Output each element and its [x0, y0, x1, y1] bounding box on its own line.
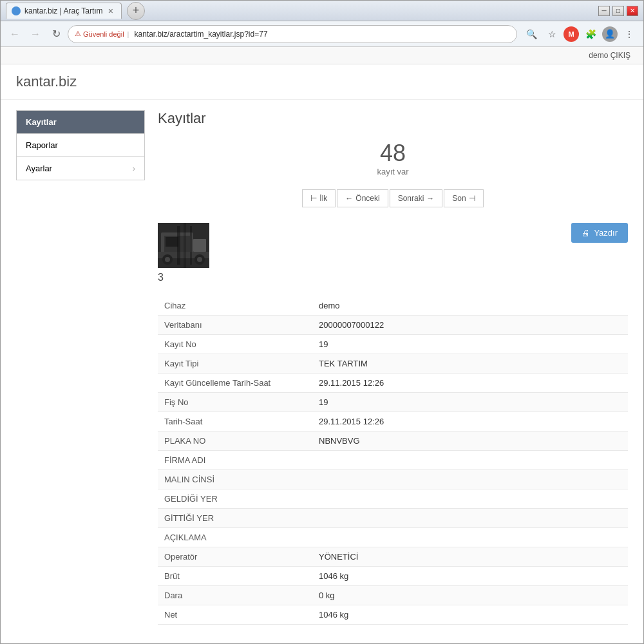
table-cell-label: Kayıt Tipi: [158, 354, 312, 374]
address-bar[interactable]: ⚠ Güvenli değil | kantar.biz/aractartim_…: [68, 25, 517, 43]
table-cell-value: [312, 528, 628, 547]
table-row: OperatörYÖNETİCİ: [158, 547, 628, 567]
prev-page-button[interactable]: ← Önceki: [337, 189, 388, 207]
table-cell-label: Tarih-Saat: [158, 412, 312, 431]
sidebar-item-ayarlar-link[interactable]: Ayarlar ›: [17, 157, 144, 180]
user-label: demo: [589, 51, 608, 60]
maximize-button[interactable]: □: [612, 6, 624, 16]
separator: |: [128, 30, 129, 38]
record-number: 3: [158, 272, 164, 283]
close-button[interactable]: ✕: [627, 6, 638, 16]
first-page-label: İlk: [319, 194, 327, 203]
sidebar-item-kayitlar-link[interactable]: Kayıtlar: [17, 111, 144, 133]
sidebar-raporlar-label: Raporlar: [26, 140, 58, 150]
table-row: Tarih-Saat29.11.2015 12:26: [158, 412, 628, 431]
site-logo[interactable]: kantar.biz: [16, 73, 77, 90]
print-button[interactable]: 🖨 Yazdır: [571, 223, 628, 243]
table-cell-value: TEK TARTIM: [312, 354, 628, 374]
new-tab-button[interactable]: +: [127, 2, 145, 20]
minimize-button[interactable]: ─: [598, 6, 610, 16]
table-cell-value: 29.11.2015 12:26: [312, 374, 628, 393]
forward-button[interactable]: →: [26, 25, 44, 43]
table-cell-label: Kayıt No: [158, 335, 312, 354]
table-row: GİTTİĞİ YER: [158, 509, 628, 528]
table-cell-label: FİRMA ADI: [158, 451, 312, 470]
record-image: [158, 223, 209, 268]
svg-rect-10: [177, 226, 180, 265]
bookmark-icon-btn[interactable]: ☆: [543, 25, 561, 43]
table-cell-label: MALIN CİNSİ: [158, 470, 312, 489]
table-cell-value: 19: [312, 335, 628, 354]
last-page-label: Son: [452, 194, 466, 203]
table-row: Kayıt TipiTEK TARTIM: [158, 354, 628, 374]
table-cell-value: 0 kg: [312, 586, 628, 605]
tab-area: kantar.biz | Araç Tartım × +: [6, 2, 598, 20]
sidebar-kayitlar-label: Kayıtlar: [26, 117, 57, 127]
security-warning: ⚠ Güvenli değil |: [75, 30, 130, 38]
title-bar: kantar.biz | Araç Tartım × + ─ □ ✕: [1, 1, 643, 21]
browser-nav-icons: 🔍 ☆ M 🧩 👤 ⋮: [522, 25, 638, 43]
print-button-label: Yazdır: [594, 228, 618, 238]
table-row: Veritabanı20000007000122: [158, 316, 628, 335]
sidebar-item-raporlar-link[interactable]: Raporlar: [17, 134, 144, 156]
warning-icon: ⚠: [75, 30, 81, 38]
table-row: Dara0 kg: [158, 586, 628, 605]
tab-favicon: [12, 6, 21, 15]
last-page-button[interactable]: Son ⊣: [444, 189, 483, 207]
sidebar-ayarlar-label: Ayarlar: [26, 164, 52, 173]
svg-rect-12: [190, 226, 192, 265]
top-bar: demo ÇIKIŞ: [1, 47, 643, 64]
next-page-label: Sonraki: [398, 194, 424, 203]
first-page-button[interactable]: ⊢ İlk: [302, 189, 336, 207]
table-row: AÇIKLAMA: [158, 528, 628, 547]
menu-icon-btn[interactable]: ⋮: [620, 25, 638, 43]
url-text[interactable]: kantar.biz/aractartim_kayitlar.jsp?id=77: [134, 30, 510, 39]
svg-point-9: [197, 257, 202, 262]
last-page-icon: ⊣: [469, 194, 475, 203]
table-row: FİRMA ADI: [158, 451, 628, 470]
table-cell-value: 1046 kg: [312, 605, 628, 625]
table-cell-value: 20000007000122: [312, 316, 628, 335]
sidebar-item-raporlar[interactable]: Raporlar: [16, 133, 145, 157]
table-cell-label: Net: [158, 605, 312, 625]
table-cell-value: 1046 kg: [312, 567, 628, 586]
table-cell-label: Operatör: [158, 547, 312, 567]
table-cell-label: Dara: [158, 586, 312, 605]
table-cell-label: Kayıt Güncelleme Tarih-Saat: [158, 374, 312, 393]
gmail-icon[interactable]: M: [564, 26, 579, 42]
pagination: ⊢ İlk ← Önceki Sonraki → Son ⊣: [158, 189, 628, 207]
tab-close-icon[interactable]: ×: [108, 6, 113, 16]
logout-link[interactable]: ÇIKIŞ: [611, 51, 630, 60]
printer-icon: 🖨: [582, 228, 590, 238]
table-cell-label: Brüt: [158, 567, 312, 586]
svg-point-8: [165, 257, 170, 262]
next-page-icon: →: [426, 194, 434, 203]
svg-rect-2: [193, 239, 206, 252]
table-cell-value: 29.11.2015 12:26: [312, 412, 628, 431]
search-icon-btn[interactable]: 🔍: [522, 25, 540, 43]
table-row: Fiş No19: [158, 393, 628, 412]
table-cell-value: [312, 509, 628, 528]
record-image-visual: [158, 223, 209, 268]
sidebar-item-ayarlar[interactable]: Ayarlar ›: [16, 156, 145, 180]
extensions-icon-btn[interactable]: 🧩: [582, 25, 600, 43]
sidebar-item-kayitlar[interactable]: Kayıtlar: [16, 110, 145, 134]
user-avatar-icon[interactable]: 👤: [602, 26, 618, 42]
table-cell-value: [312, 470, 628, 489]
table-row: Kayıt No19: [158, 335, 628, 354]
first-page-icon: ⊢: [310, 194, 317, 203]
chevron-right-icon: ›: [133, 164, 135, 173]
back-button[interactable]: ←: [6, 25, 24, 43]
table-row: Brüt1046 kg: [158, 567, 628, 586]
refresh-button[interactable]: ↻: [47, 25, 65, 43]
browser-tab[interactable]: kantar.biz | Araç Tartım ×: [6, 3, 122, 19]
table-cell-value: [312, 489, 628, 509]
table-cell-label: Veritabanı: [158, 316, 312, 335]
table-cell-value: 19: [312, 393, 628, 412]
table-row: Net1046 kg: [158, 605, 628, 625]
next-page-button[interactable]: Sonraki →: [390, 189, 443, 207]
table-cell-value: NBNVBVG: [312, 431, 628, 451]
table-row: PLAKA NONBNVBVG: [158, 431, 628, 451]
page-title: Kayıtlar: [158, 110, 628, 127]
data-table: CihazdemoVeritabanı20000007000122Kayıt N…: [158, 296, 628, 625]
